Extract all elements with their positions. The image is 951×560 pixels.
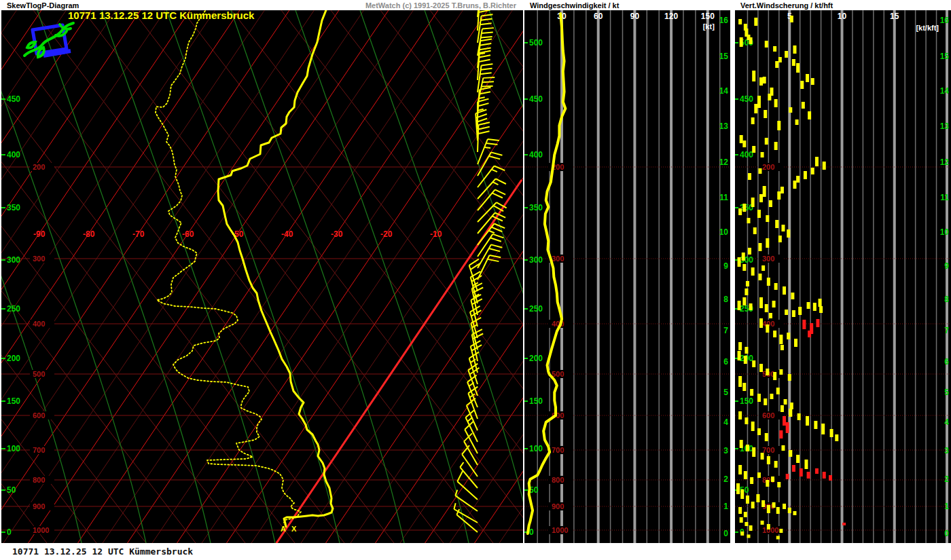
svg-text:14: 14 [719, 86, 729, 96]
svg-text:9: 9 [944, 261, 949, 271]
svg-text:-30: -30 [331, 229, 343, 239]
svg-text:800: 800 [33, 476, 45, 484]
svg-text:700: 700 [762, 446, 774, 454]
svg-text:700: 700 [33, 446, 45, 454]
svg-text:-80: -80 [83, 229, 95, 239]
svg-text:200: 200 [7, 354, 20, 363]
svg-text:[kt]: [kt] [703, 22, 715, 31]
svg-text:300: 300 [552, 255, 564, 263]
svg-text:1000: 1000 [762, 526, 778, 534]
svg-text:1: 1 [944, 502, 949, 511]
svg-text:8: 8 [723, 295, 728, 304]
svg-text:600: 600 [33, 411, 45, 419]
svg-text:4: 4 [944, 417, 949, 427]
svg-text:10: 10 [940, 227, 950, 237]
svg-text:200: 200 [529, 354, 543, 363]
svg-text:7: 7 [723, 326, 728, 335]
svg-text:800: 800 [552, 476, 564, 484]
svg-text:150: 150 [740, 396, 753, 406]
svg-text:15: 15 [940, 52, 950, 61]
svg-text:[kt/kft]: [kt/kft] [916, 24, 939, 32]
svg-text:400: 400 [740, 150, 753, 160]
svg-text:A: A [281, 525, 286, 533]
svg-text:250: 250 [7, 304, 20, 314]
svg-text:12: 12 [940, 157, 950, 167]
svg-text:11: 11 [940, 193, 949, 202]
svg-text:250: 250 [529, 304, 543, 314]
svg-text:X: X [291, 525, 297, 533]
svg-text:300: 300 [529, 255, 543, 265]
svg-text:200: 200 [762, 163, 774, 171]
svg-text:14: 14 [940, 86, 950, 96]
window-title: SkewTlogP-Diagram [1, 1, 79, 10]
svg-text:150: 150 [529, 396, 543, 406]
svg-text:16: 16 [719, 16, 729, 25]
status-bar-text: 10771 13.12.25 12 UTC Kümmersbruck [12, 546, 193, 557]
skewt-titlebar: SkewTlogP-Diagram MetWatch (c) 1991-2025… [1, 0, 523, 11]
wind-speed-titlebar: Windgeschwindigkeit / kt [524, 0, 730, 11]
svg-text:-20: -20 [380, 229, 393, 239]
panel-divider-1 [523, 0, 524, 543]
svg-text:-90: -90 [33, 229, 46, 239]
svg-text:60: 60 [594, 12, 603, 21]
svg-text:350: 350 [7, 203, 20, 212]
svg-text:900: 900 [552, 502, 564, 510]
svg-text:0: 0 [7, 527, 12, 537]
svg-text:6: 6 [723, 357, 728, 367]
wind-speed-panel: Windgeschwindigkeit / kt 200300400500600… [524, 0, 730, 543]
svg-text:-60: -60 [182, 229, 194, 239]
svg-text:11: 11 [719, 193, 728, 202]
svg-text:1: 1 [723, 502, 728, 511]
wind-speed-plot: 2003004005006007008009001000306090120150… [524, 10, 730, 543]
svg-text:100: 100 [529, 444, 543, 453]
svg-text:500: 500 [529, 38, 543, 48]
metwatch-credit: MetWatch (c) 1991-2025 T.Bruns, B.Richte… [365, 1, 523, 10]
svg-text:450: 450 [7, 94, 20, 104]
svg-text:900: 900 [33, 502, 45, 510]
svg-text:5: 5 [944, 388, 949, 397]
svg-text:100: 100 [7, 444, 20, 453]
svg-text:4: 4 [723, 417, 728, 427]
skewt-plot: 2003004005006007008009001000-90-80-70-60… [1, 10, 523, 543]
wind-speed-title: Windgeschwindigkeit / kt [524, 1, 619, 10]
svg-text:700: 700 [552, 446, 564, 454]
svg-text:400: 400 [7, 150, 20, 160]
svg-text:150: 150 [701, 12, 715, 21]
svg-text:8: 8 [944, 295, 949, 304]
svg-text:10: 10 [838, 12, 847, 21]
wind-shear-title: Vert.Windscherung / kt/hft [735, 1, 833, 10]
svg-text:0: 0 [529, 527, 534, 537]
svg-text:15: 15 [890, 12, 899, 21]
skewt-panel: SkewTlogP-Diagram MetWatch (c) 1991-2025… [1, 0, 523, 543]
svg-text:-70: -70 [132, 229, 145, 239]
svg-text:13: 13 [940, 122, 950, 131]
svg-text:2: 2 [944, 474, 949, 484]
window-border-left [0, 0, 1, 543]
svg-text:12: 12 [719, 157, 729, 167]
svg-text:16: 16 [940, 16, 950, 25]
svg-text:400: 400 [529, 150, 543, 160]
svg-text:10: 10 [719, 227, 729, 237]
svg-text:200: 200 [33, 163, 45, 171]
svg-text:3: 3 [944, 446, 949, 455]
svg-text:300: 300 [7, 255, 20, 265]
svg-text:-10: -10 [430, 229, 442, 239]
svg-text:9: 9 [723, 261, 728, 271]
svg-text:15: 15 [719, 52, 729, 61]
svg-text:150: 150 [7, 396, 20, 406]
metwatch-logo [20, 15, 79, 62]
svg-text:10771 13.12.25 12 UTC Kümmersb: 10771 13.12.25 12 UTC Kümmersbruck [68, 10, 255, 21]
svg-text:350: 350 [529, 203, 543, 212]
svg-text:1000: 1000 [552, 526, 568, 534]
svg-text:-40: -40 [281, 229, 293, 239]
svg-text:6: 6 [944, 357, 949, 367]
svg-text:3: 3 [723, 446, 728, 455]
svg-text:1000: 1000 [33, 526, 49, 534]
svg-text:500: 500 [552, 370, 564, 378]
metwatch-window: SkewTlogP-Diagram MetWatch (c) 1991-2025… [0, 0, 951, 560]
svg-text:300: 300 [762, 255, 774, 263]
status-bar: 10771 13.12.25 12 UTC Kümmersbruck [0, 543, 951, 560]
svg-text:50: 50 [7, 485, 16, 495]
svg-text:120: 120 [664, 12, 678, 21]
svg-text:300: 300 [33, 255, 45, 263]
